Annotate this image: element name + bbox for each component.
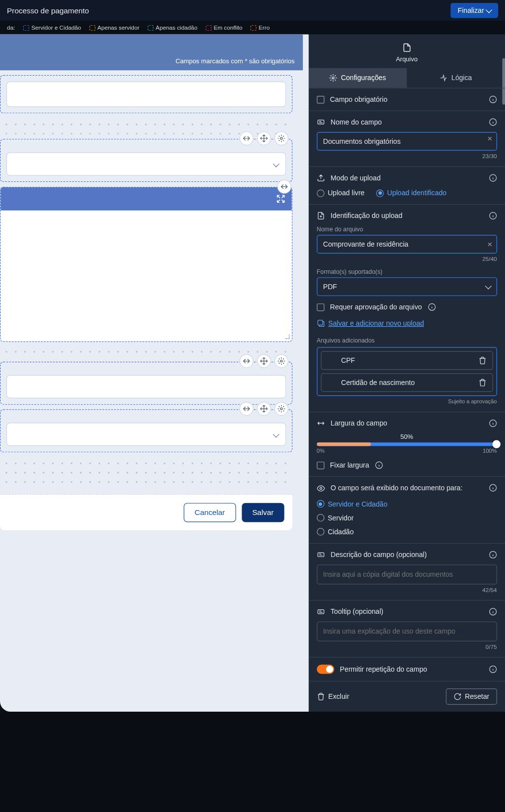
section-width: Largura do campo 50% 0%100% Fixar largur… xyxy=(308,412,505,476)
file-name-label: Nome do arquivo xyxy=(317,225,497,232)
legend-item: Erro xyxy=(251,24,270,31)
gear-icon[interactable] xyxy=(274,131,288,145)
drag-icon[interactable] xyxy=(257,131,271,145)
svg-point-0 xyxy=(280,137,282,139)
topbar: Processo de pagamento Finalizar xyxy=(0,0,505,21)
description-input[interactable] xyxy=(317,564,497,584)
move-in-icon[interactable] xyxy=(239,402,253,416)
save-add-upload-link[interactable]: Salvar e adicionar novo upload xyxy=(317,319,497,327)
sidebar-tabs: Configurações Lógica xyxy=(308,68,505,88)
sidebar-header-label: Arquivo xyxy=(308,55,505,62)
radio-visibility-server[interactable]: Servidor xyxy=(317,514,497,522)
upload-block[interactable] xyxy=(0,187,292,342)
info-icon[interactable] xyxy=(489,551,497,558)
width-slider[interactable]: 50% 0%100% xyxy=(317,433,497,454)
dropzone-dots[interactable] xyxy=(0,457,292,490)
gear-icon xyxy=(329,74,337,82)
tab-configurations[interactable]: Configurações xyxy=(308,68,407,88)
text-field[interactable] xyxy=(6,375,286,398)
upload-body[interactable] xyxy=(0,211,292,342)
resize-handle[interactable] xyxy=(284,334,290,340)
move-in-icon[interactable] xyxy=(239,354,253,368)
expand-icon[interactable] xyxy=(275,194,286,204)
info-icon[interactable] xyxy=(489,665,497,673)
chevron-down-icon xyxy=(273,431,279,437)
reset-button[interactable]: Resetar xyxy=(446,688,497,704)
upload-id-label: Identificação do upload xyxy=(331,212,497,219)
tooltip-counter: 0/75 xyxy=(317,643,497,650)
cancel-button[interactable]: Cancelar xyxy=(184,503,236,522)
dropdown-field[interactable] xyxy=(6,152,286,175)
file-icon xyxy=(402,43,412,53)
gear-icon[interactable] xyxy=(274,402,288,416)
slider-thumb[interactable] xyxy=(492,440,500,448)
tooltip-input[interactable] xyxy=(317,621,497,641)
clear-icon[interactable]: × xyxy=(487,134,492,143)
form-block-dropdown-2[interactable] xyxy=(0,409,292,452)
section-field-name: Nome do campo × 23/30 xyxy=(308,111,505,167)
save-button[interactable]: Salvar xyxy=(242,503,284,522)
page-title: Processo de pagamento xyxy=(7,6,89,15)
svg-rect-15 xyxy=(318,553,324,556)
drag-handle-icon[interactable] xyxy=(327,356,335,364)
sidebar-header: Arquivo xyxy=(308,34,505,68)
file-plus-icon xyxy=(317,212,325,219)
info-icon[interactable] xyxy=(375,461,383,469)
radio-identified-upload[interactable]: Upload identificado xyxy=(376,189,446,197)
delete-button[interactable]: Excluir xyxy=(317,692,349,700)
radio-free-upload[interactable]: Upload livre xyxy=(317,189,365,197)
drag-icon[interactable] xyxy=(257,402,271,416)
tab-logic[interactable]: Lógica xyxy=(407,68,505,88)
move-in-icon[interactable] xyxy=(277,180,291,194)
form-block-dropdown[interactable] xyxy=(0,139,292,182)
logic-icon xyxy=(440,74,448,82)
info-icon[interactable] xyxy=(489,212,497,219)
trash-icon[interactable] xyxy=(478,356,486,364)
format-label: Formato(s) suportado(s) xyxy=(317,268,497,275)
chevron-down-icon xyxy=(485,6,492,13)
legend-item: Em conflito xyxy=(206,24,243,31)
file-item[interactable]: Certidão de nascimento xyxy=(321,373,493,392)
form-hero: Campos marcados com * são obrigatórios xyxy=(0,34,303,70)
info-icon[interactable] xyxy=(489,607,497,615)
info-icon[interactable] xyxy=(489,174,497,182)
radio-visibility-citizen[interactable]: Cidadão xyxy=(317,528,497,536)
legend-prefix: da: xyxy=(7,24,15,31)
width-icon xyxy=(317,419,325,427)
section-description: Descrição do campo (opcional) 42/54 xyxy=(308,543,505,599)
repeat-label: Permitir repetição do campo xyxy=(340,665,483,673)
reset-icon xyxy=(453,692,461,700)
form-block[interactable] xyxy=(0,75,292,114)
info-icon[interactable] xyxy=(489,419,497,427)
fix-width-checkbox[interactable] xyxy=(317,462,324,469)
eye-icon xyxy=(317,484,325,492)
drag-handle-icon[interactable] xyxy=(327,379,335,386)
form-block-text[interactable] xyxy=(0,362,292,405)
gear-icon[interactable] xyxy=(274,354,288,368)
radio-visibility-both[interactable]: Servidor e Cidadão xyxy=(317,500,497,508)
required-checkbox[interactable] xyxy=(317,96,324,103)
trash-icon[interactable] xyxy=(478,379,486,386)
form-footer: Cancelar Salvar xyxy=(0,494,292,530)
file-item[interactable]: CPF xyxy=(321,351,493,370)
dropdown-field[interactable] xyxy=(6,423,286,446)
legend-item: Apenas servidor xyxy=(89,24,139,31)
section-repeat: Permitir repetição do campo xyxy=(308,657,505,681)
info-icon[interactable] xyxy=(489,118,497,126)
field-name-input[interactable] xyxy=(317,132,497,151)
info-icon[interactable] xyxy=(489,95,497,103)
sidebar: Arquivo Configurações Lógica Campo obrig… xyxy=(308,34,505,711)
repeat-toggle[interactable] xyxy=(317,664,334,674)
require-approval-checkbox[interactable] xyxy=(317,303,324,311)
clear-icon[interactable]: × xyxy=(487,240,492,249)
info-icon[interactable] xyxy=(489,484,497,492)
format-select[interactable]: PDF xyxy=(317,277,497,296)
upload-header xyxy=(0,187,292,211)
move-in-icon[interactable] xyxy=(239,131,253,145)
file-name-input[interactable] xyxy=(317,235,497,254)
canvas[interactable]: Campos marcados com * são obrigatórios xyxy=(0,34,308,711)
finalize-button[interactable]: Finalizar xyxy=(451,3,498,18)
sidebar-footer: Excluir Resetar xyxy=(308,681,505,711)
info-icon[interactable] xyxy=(428,303,436,311)
drag-icon[interactable] xyxy=(257,354,271,368)
